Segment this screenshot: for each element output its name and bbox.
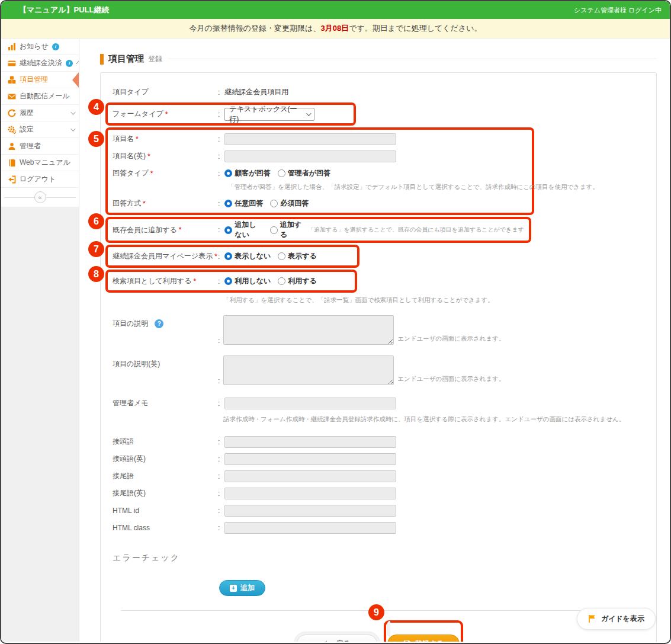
- item-description-en-control: : エンドユーザの画面に表示されます。: [218, 355, 505, 385]
- colon: :: [218, 88, 220, 97]
- annotation-circle-4: 4: [88, 99, 104, 115]
- form-type-label: フォームタイプ*: [113, 109, 218, 119]
- prefix-en-input[interactable]: [224, 453, 396, 465]
- radio-option-optional[interactable]: 任意回答: [224, 198, 263, 209]
- item-type-value: 継続課金会員項目用: [224, 87, 288, 97]
- search-item-label: 検索項目として利用する*: [113, 276, 218, 286]
- info-badge-icon: i: [52, 43, 59, 50]
- annotation-circle-6: 6: [88, 213, 104, 229]
- row-item-description: 項目の説明 ? : エンドユーザの画面に表示されます。: [113, 315, 644, 345]
- item-type-label: 項目タイプ: [113, 87, 218, 97]
- required-mark: *: [136, 135, 139, 143]
- chevron-down-icon: [307, 111, 312, 116]
- radio-option-do-not-use[interactable]: 利用しない: [224, 276, 271, 286]
- radio-unselected-icon: [278, 169, 285, 177]
- sidebar-collapse-button[interactable]: «: [34, 191, 46, 203]
- radio-selected-icon: [224, 277, 232, 285]
- colon: :: [218, 110, 220, 118]
- row-mypage-display: 継続課金会員用マイページ表示* : 表示しない 表示する: [113, 248, 352, 265]
- radio-unselected-icon: [270, 200, 278, 207]
- back-arrow-icon: [323, 640, 332, 642]
- radio-option-required[interactable]: 必須回答: [270, 198, 309, 209]
- app-title: 【マニュアル】PULL継続: [19, 5, 109, 15]
- item-name-en-label: 項目名(英)*: [113, 151, 218, 161]
- radio-selected-icon: [224, 226, 232, 234]
- form-type-select[interactable]: テキストボックス(一行): [224, 108, 314, 121]
- colon: :: [218, 438, 220, 446]
- sidebar-item-label: 自動配信メール: [20, 91, 70, 101]
- header-rule: [168, 59, 657, 59]
- suffix-en-label: 接尾語(英): [113, 488, 218, 498]
- item-description-textarea[interactable]: [223, 315, 394, 345]
- html-class-input[interactable]: [224, 522, 396, 534]
- item-description-en-textarea[interactable]: [223, 355, 394, 385]
- prefix-en-label: 接頭語(英): [113, 454, 218, 464]
- back-button[interactable]: 戻る: [297, 635, 377, 642]
- colon: :: [218, 277, 220, 286]
- item-description-en-note: エンドユーザの画面に表示されます。: [397, 375, 505, 383]
- radio-option-use[interactable]: 利用する: [278, 276, 317, 286]
- sidebar-filler: [1, 207, 79, 642]
- sidebar: お知らせ i 継続課金決済 i 項目管理 自動配信メール 履歴: [1, 39, 79, 642]
- save-icon: [403, 640, 411, 642]
- title-accent-bar: [100, 54, 104, 65]
- admin-memo-input[interactable]: [224, 398, 396, 409]
- sidebar-item-auto-mail[interactable]: 自動配信メール: [1, 88, 79, 105]
- add-existing-label: 既存会員に追加する*: [113, 225, 218, 235]
- sidebar-item-logout[interactable]: ログアウト: [1, 171, 79, 188]
- sidebar-collapse-row: «: [1, 188, 79, 207]
- answer-type-radio-group: 顧客が回答 管理者が回答: [224, 168, 330, 178]
- annotation-circle-5: 5: [88, 131, 104, 147]
- sidebar-item-admin[interactable]: 管理者: [1, 138, 79, 155]
- add-button[interactable]: + 追加: [219, 580, 265, 596]
- colon: :: [218, 524, 220, 532]
- sidebar-item-label: 項目管理: [20, 75, 48, 85]
- user-icon: [7, 142, 16, 150]
- radio-option-display[interactable]: 表示する: [278, 251, 317, 261]
- sidebar-item-news[interactable]: お知らせ i: [1, 39, 79, 55]
- sidebar-item-recurring-billing[interactable]: 継続課金決済 i: [1, 55, 79, 72]
- suffix-en-input[interactable]: [224, 488, 396, 499]
- history-icon: [7, 109, 16, 117]
- sidebar-item-history[interactable]: 履歴: [1, 105, 79, 121]
- suffix-label: 接尾語: [113, 471, 218, 481]
- sidebar-item-item-management[interactable]: 項目管理: [1, 72, 79, 88]
- item-name-en-input[interactable]: [224, 150, 396, 162]
- row-item-name: 項目名* :: [113, 130, 527, 148]
- sidebar-item-label: 管理者: [20, 141, 41, 151]
- dice-icon: [7, 76, 16, 84]
- row-item-name-en: 項目名(英)* :: [113, 148, 527, 165]
- colon: :: [218, 169, 220, 178]
- annotation-rect-5: 5 項目名* : 項目名(英)* : 回答タイプ* :: [105, 127, 534, 215]
- html-id-input[interactable]: [224, 505, 396, 517]
- annotation-rect-8: 8 検索項目として利用する* : 利用しない 利用する: [105, 270, 357, 293]
- sidebar-item-web-manual[interactable]: Webマニュアル: [1, 155, 79, 171]
- page-header: 項目管理 登録: [100, 53, 657, 65]
- radio-option-customer-answers[interactable]: 顧客が回答: [224, 168, 270, 178]
- sidebar-item-settings[interactable]: 設定: [1, 121, 79, 138]
- suffix-input[interactable]: [224, 470, 396, 482]
- answer-method-label: 回答方式*: [113, 198, 218, 209]
- chevron-down-icon: [70, 110, 75, 114]
- submit-button[interactable]: 登録する: [387, 635, 460, 642]
- radio-option-add[interactable]: 追加する: [270, 220, 302, 240]
- envelope-icon: [7, 92, 16, 101]
- colon: :: [218, 489, 220, 498]
- prefix-label: 接頭語: [113, 437, 218, 447]
- radio-option-do-not-add[interactable]: 追加しない: [224, 220, 262, 240]
- item-description-note: エンドユーザの画面に表示されます。: [397, 335, 505, 343]
- row-answer-type: 回答タイプ* : 顧客が回答 管理者が回答: [113, 165, 527, 182]
- item-name-input[interactable]: [224, 133, 396, 145]
- add-existing-radio-group: 追加しない 追加する: [224, 220, 302, 240]
- row-html-id: HTML id :: [113, 502, 644, 519]
- prefix-input[interactable]: [224, 436, 396, 448]
- radio-selected-icon: [224, 200, 232, 207]
- show-guide-button[interactable]: ガイドを表示: [577, 608, 656, 630]
- colon: :: [218, 252, 220, 261]
- radio-option-do-not-display[interactable]: 表示しない: [224, 251, 271, 261]
- colon: :: [218, 455, 220, 463]
- help-icon[interactable]: ?: [155, 319, 163, 328]
- row-admin-memo: 管理者メモ :: [113, 395, 644, 412]
- radio-option-admin-answers[interactable]: 管理者が回答: [278, 168, 330, 178]
- required-mark: *: [193, 277, 196, 286]
